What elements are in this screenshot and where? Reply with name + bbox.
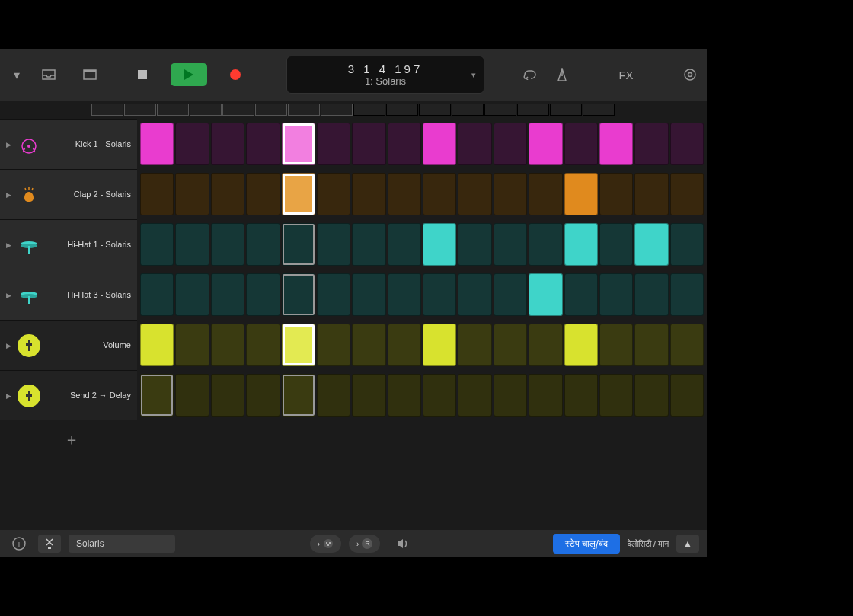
info-button[interactable]: i [8,535,30,553]
step-cell[interactable] [634,123,668,165]
step-cell[interactable] [423,223,456,266]
step-cell[interactable] [423,273,456,316]
step-cell[interactable] [564,374,598,417]
step-cell[interactable] [352,324,385,366]
step-cell[interactable] [140,374,174,417]
step-cell[interactable] [670,324,704,366]
metronome-icon[interactable] [553,65,571,84]
step-cell[interactable] [529,223,562,266]
step-cell[interactable] [458,273,491,316]
step-cell[interactable] [529,173,562,215]
step-cell[interactable] [140,223,174,266]
view-window-icon[interactable] [81,65,99,84]
velocity-value-label[interactable]: वेलोसिटी / मान [628,539,669,549]
step-cell[interactable] [352,273,385,316]
step-cell[interactable] [388,173,421,215]
step-cell[interactable] [352,173,385,215]
step-cell[interactable] [388,374,421,417]
step-cell[interactable] [423,324,456,366]
step-cell[interactable] [670,123,704,165]
step-cell[interactable] [599,273,633,316]
step-cell[interactable] [599,223,633,266]
kit-picker-button[interactable]: › [310,535,341,553]
step-cell[interactable] [494,324,527,366]
mini-timeline[interactable] [0,101,707,119]
step-cell[interactable] [211,173,244,215]
step-cell[interactable] [599,324,633,366]
step-cell[interactable] [211,324,244,366]
step-cell[interactable] [494,273,527,316]
step-cell[interactable] [634,173,668,215]
step-cell[interactable] [211,123,244,165]
row-header[interactable]: ▶ Kick 1 - Solaris [0,119,137,169]
step-cell[interactable] [494,123,527,165]
step-cell[interactable] [458,223,491,266]
step-cell[interactable] [282,223,315,266]
step-cell[interactable] [352,123,385,165]
step-cell[interactable] [246,273,280,316]
step-cell[interactable] [529,273,562,316]
step-cell[interactable] [352,374,385,417]
step-cell[interactable] [246,123,280,165]
step-cell[interactable] [140,273,174,316]
step-cell[interactable] [634,374,668,417]
lcd-display[interactable]: 3 1 4 197 1: Solaris ▾ [286,56,484,94]
close-inspector-button[interactable] [38,535,61,553]
step-cell[interactable] [246,374,280,417]
step-cell[interactable] [246,223,280,266]
step-cell[interactable] [352,223,385,266]
collapse-up-icon[interactable]: ▲ [676,535,699,553]
row-header[interactable]: ▶ Hi-Hat 1 - Solaris [0,219,137,270]
step-cell[interactable] [529,324,562,366]
step-cell[interactable] [670,374,704,417]
step-cell[interactable] [282,173,315,215]
step-cell[interactable] [599,173,633,215]
step-cell[interactable] [564,123,598,165]
step-cell[interactable] [458,123,491,165]
step-cell[interactable] [282,324,315,366]
row-header[interactable]: ▶ Clap 2 - Solaris [0,169,137,219]
gear-icon[interactable] [681,65,699,84]
stop-button[interactable] [128,64,157,85]
disclosure-icon[interactable]: ▶ [6,141,11,148]
step-cell[interactable] [282,374,315,417]
step-cell[interactable] [564,173,598,215]
step-cell[interactable] [211,273,244,316]
step-cell[interactable] [599,374,633,417]
step-cell[interactable] [140,123,174,165]
play-button[interactable] [171,63,207,86]
step-cell[interactable] [211,374,244,417]
inbox-icon[interactable] [40,65,58,84]
step-cell[interactable] [317,123,350,165]
step-cell[interactable] [599,123,633,165]
chevron-down-icon[interactable]: ▾ [471,70,476,80]
step-cell[interactable] [564,273,598,316]
step-cell[interactable] [175,374,209,417]
step-cell[interactable] [246,324,280,366]
step-cell[interactable] [634,223,668,266]
step-cell[interactable] [175,173,209,215]
step-cell[interactable] [211,223,244,266]
step-cell[interactable] [388,223,421,266]
step-cell[interactable] [458,173,491,215]
step-cell[interactable] [317,223,350,266]
fx-button[interactable]: FX [611,69,641,81]
step-cell[interactable] [564,324,598,366]
step-cell[interactable] [423,374,456,417]
step-cell[interactable] [634,324,668,366]
step-cell[interactable] [670,173,704,215]
step-cell[interactable] [458,374,491,417]
step-cell[interactable] [634,273,668,316]
step-cell[interactable] [670,223,704,266]
disclosure-icon[interactable]: ▶ [6,392,11,400]
step-cell[interactable] [140,324,174,366]
step-cell[interactable] [317,173,350,215]
step-cell[interactable] [175,223,209,266]
add-row-button[interactable]: ＋ [0,420,707,458]
step-cell[interactable] [140,173,174,215]
step-toggle-button[interactable]: स्टेप चालू/बंद [553,534,620,554]
disclosure-icon[interactable]: ▶ [6,292,11,299]
record-button[interactable] [221,64,250,85]
step-cell[interactable] [564,223,598,266]
step-cell[interactable] [494,173,527,215]
